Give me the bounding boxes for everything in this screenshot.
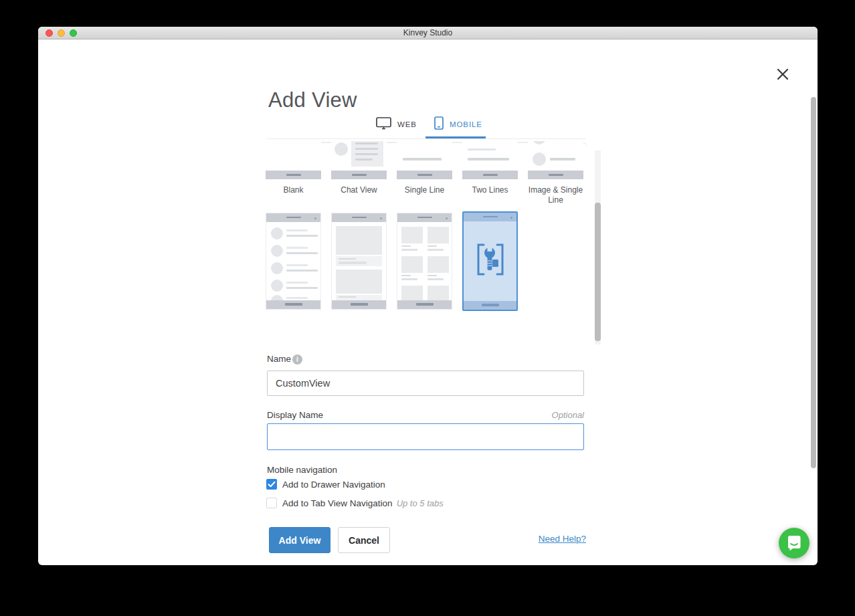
mobile-navigation-label: Mobile navigation: [267, 465, 337, 475]
page-title: Add View: [268, 88, 357, 112]
drawer-navigation-checkbox-label[interactable]: Add to Drawer Navigation: [282, 480, 385, 490]
template-image-single-line[interactable]: Image & Single Line: [528, 141, 583, 179]
tab-navigation-hint: Up to 5 tabs: [397, 498, 444, 508]
wrench-code-icon: [475, 241, 506, 281]
tab-mobile-label: MOBILE: [450, 120, 482, 128]
tab-navigation-checkbox[interactable]: [266, 498, 277, 508]
template-scroll-area[interactable]: Blank Chat View Sin: [266, 141, 602, 344]
tab-web-label: WEB: [397, 120, 417, 128]
template-chat-view-thumbnail[interactable]: [331, 141, 387, 179]
name-input[interactable]: [267, 371, 584, 396]
info-icon[interactable]: i: [292, 354, 302, 365]
template-two-columns-cards[interactable]: Two Columns Cards: [397, 213, 452, 310]
template-two-columns-cards-thumbnail[interactable]: [397, 213, 452, 310]
template-single-line-thumbnail[interactable]: [397, 141, 452, 179]
template-image-two-lines[interactable]: Image & Two Lines: [266, 213, 321, 310]
close-window-button[interactable]: [45, 29, 53, 37]
template-custom-code-view-thumbnail[interactable]: [462, 211, 518, 311]
monitor-icon: [376, 117, 391, 132]
template-image-single-line-thumbnail[interactable]: [528, 141, 583, 179]
tab-mobile[interactable]: MOBILE: [434, 114, 482, 135]
template-chat-view[interactable]: Chat View: [331, 141, 387, 179]
tab-web[interactable]: WEB: [376, 114, 417, 135]
name-label: Name: [267, 354, 291, 364]
template-blank-thumbnail[interactable]: [266, 141, 321, 179]
drawer-navigation-checkbox[interactable]: [266, 479, 277, 490]
window-title: Kinvey Studio: [38, 27, 818, 39]
template-single-column-cards-thumbnail[interactable]: [331, 213, 387, 310]
tab-navigation-checkbox-label[interactable]: Add to Tab View NavigationUp to 5 tabs: [282, 498, 444, 508]
minimize-window-button[interactable]: [58, 29, 65, 37]
tabstrip-divider: [267, 138, 586, 139]
template-image-two-lines-thumbnail[interactable]: [266, 213, 321, 310]
kinvey-studio-window: Kinvey Studio Add View WEB: [38, 27, 818, 565]
template-scrollbar-track[interactable]: [595, 150, 601, 344]
window-titlebar[interactable]: Kinvey Studio: [38, 27, 818, 39]
template-blank[interactable]: Blank: [266, 141, 321, 179]
template-custom-code-view[interactable]: Custom Code View: [462, 211, 518, 311]
zoom-window-button[interactable]: [70, 29, 77, 37]
need-help-link[interactable]: Need Help?: [267, 534, 586, 544]
template-single-line[interactable]: Single Line: [397, 141, 452, 179]
template-label[interactable]: Blank: [266, 185, 327, 195]
template-two-lines-thumbnail[interactable]: [462, 141, 518, 179]
intercom-chat-icon[interactable]: [779, 528, 810, 558]
checkmark-icon: [266, 479, 277, 490]
template-single-column-cards[interactable]: Single Column Cards: [331, 213, 387, 310]
close-icon[interactable]: [771, 63, 794, 86]
phone-icon: [434, 116, 444, 132]
optional-hint: Optional: [267, 410, 584, 420]
template-label[interactable]: Chat View: [325, 185, 393, 195]
desktop: Kinvey Studio Add View WEB: [0, 0, 855, 616]
display-name-input[interactable]: [267, 423, 584, 450]
template-scrollbar-thumb[interactable]: [595, 203, 601, 341]
traffic-lights: [45, 29, 77, 37]
template-label[interactable]: Single Line: [391, 185, 458, 195]
template-label[interactable]: Two Lines: [456, 185, 524, 195]
template-label[interactable]: Image & Single Line: [522, 185, 589, 205]
window-scrollbar-thumb[interactable]: [811, 97, 816, 468]
template-two-lines[interactable]: Two Lines: [462, 141, 518, 179]
